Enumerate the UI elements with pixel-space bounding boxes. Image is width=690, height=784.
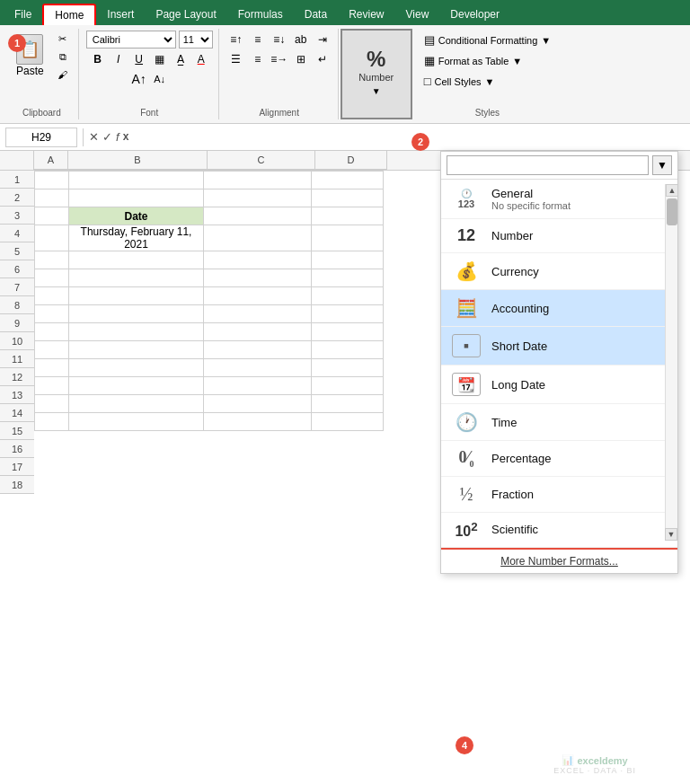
bottom-align-button[interactable]: ≡↓ (270, 31, 289, 48)
cell-d1[interactable] (312, 172, 384, 189)
cut-button[interactable]: ✂ (53, 31, 73, 47)
cell-d4[interactable] (312, 225, 384, 251)
conditional-formatting-button[interactable]: ▤ Conditional Formatting ▼ (420, 31, 556, 49)
row-header-5[interactable]: 5 (0, 242, 34, 260)
scroll-thumb[interactable] (667, 198, 677, 225)
row-header-11[interactable]: 11 (0, 350, 34, 368)
bold-button[interactable]: B (89, 50, 107, 68)
font-size-select[interactable]: 11 (179, 31, 213, 48)
tab-developer[interactable]: Developer (439, 4, 510, 25)
cell-a5[interactable] (35, 251, 69, 269)
cell-a2[interactable] (35, 189, 69, 207)
tab-formulas[interactable]: Formulas (227, 4, 294, 25)
font-color-button[interactable]: A (192, 50, 210, 68)
cancel-formula-icon[interactable]: ✕ (89, 130, 99, 144)
formula-input[interactable] (132, 128, 685, 147)
cell-d2[interactable] (312, 189, 384, 207)
tab-page-layout[interactable]: Page Layout (145, 4, 226, 25)
cell-b1[interactable] (69, 172, 204, 189)
tab-file[interactable]: File (4, 4, 42, 25)
cell-c2[interactable] (204, 189, 312, 207)
center-align-button[interactable]: ≡ (248, 50, 268, 68)
top-align-button[interactable]: ≡↑ (226, 31, 246, 48)
cell-c1[interactable] (204, 172, 312, 189)
more-formats-footer[interactable]: More Number Formats... (441, 548, 677, 573)
format-painter-button[interactable]: 🖌 (53, 66, 73, 83)
cell-styles-button[interactable]: □ Cell Styles ▼ (420, 72, 556, 91)
tab-insert[interactable]: Insert (96, 4, 145, 25)
row-header-3[interactable]: 3 (0, 207, 34, 225)
border-button[interactable]: ▦ (151, 50, 169, 68)
dropdown-item-accounting[interactable]: 🧮 Accounting (441, 290, 677, 327)
decrease-font-button[interactable]: A↓ (151, 70, 169, 88)
dropdown-item-general[interactable]: 🕐 123 General No specific format (441, 180, 677, 219)
middle-align-button[interactable]: ≡ (248, 31, 268, 48)
fill-color-button[interactable]: A̲ (172, 50, 190, 68)
dropdown-item-number[interactable]: 12 Number (441, 219, 677, 253)
row-header-4[interactable]: 4 (0, 225, 34, 242)
dropdown-item-fraction[interactable]: ½ Fraction (441, 477, 677, 513)
font-family-select[interactable]: Calibri (86, 31, 176, 48)
cell-c3[interactable] (204, 207, 312, 225)
row-header-1[interactable]: 1 (0, 171, 34, 189)
watermark-name: exceldemy (577, 755, 627, 766)
scroll-up-button[interactable]: ▲ (666, 184, 678, 197)
col-header-d[interactable]: D (315, 151, 387, 170)
more-formats-link[interactable]: More Number Formats... (500, 555, 618, 568)
dropdown-item-short-date[interactable]: ▪ Short Date (441, 327, 677, 366)
cell-c4[interactable] (204, 225, 312, 251)
row-header-16[interactable]: 16 (0, 440, 34, 458)
confirm-formula-icon[interactable]: ✓ (102, 130, 112, 144)
row-header-12[interactable]: 12 (0, 368, 34, 386)
row-header-17[interactable]: 17 (0, 458, 34, 476)
tab-review[interactable]: Review (338, 4, 394, 25)
row-header-15[interactable]: 15 (0, 422, 34, 440)
dropdown-search-input[interactable] (447, 155, 649, 175)
row-header-13[interactable]: 13 (0, 386, 34, 404)
row-header-18[interactable]: 18 (0, 476, 34, 494)
cell-a3[interactable] (35, 207, 69, 225)
italic-button[interactable]: I (110, 50, 128, 68)
copy-button[interactable]: ⧉ (53, 48, 73, 65)
row-header-7[interactable]: 7 (0, 278, 34, 296)
cell-a1[interactable] (35, 172, 69, 189)
cell-b2[interactable] (69, 189, 204, 207)
col-header-a[interactable]: A (34, 151, 68, 170)
text-direction-button[interactable]: ab (291, 31, 311, 48)
tab-home[interactable]: Home (42, 4, 96, 25)
dropdown-scrollbar[interactable]: ▲ (665, 184, 677, 541)
format-as-table-button[interactable]: ▦ Format as Table ▼ (420, 51, 556, 70)
row-header-14[interactable]: 14 (0, 404, 34, 422)
dropdown-item-long-date[interactable]: 📆 Long Date (441, 366, 677, 404)
dropdown-item-time[interactable]: 🕐 Time (441, 404, 677, 441)
col-header-b[interactable]: B (68, 151, 208, 170)
tab-view[interactable]: View (395, 4, 440, 25)
cell-a4[interactable] (35, 225, 69, 251)
col-header-c[interactable]: C (208, 151, 315, 170)
increase-font-button[interactable]: A↑ (130, 70, 148, 88)
cell-b3-date-header[interactable]: Date (69, 207, 204, 225)
cell-reference-input[interactable]: H29 (5, 128, 77, 147)
wrap-text-button[interactable]: ↵ (313, 50, 332, 68)
cell-b4-date-value[interactable]: Thursday, February 11, 2021 (69, 225, 204, 251)
underline-button[interactable]: U (130, 50, 148, 68)
left-align-button[interactable]: ☰ (226, 50, 246, 68)
cell-d3[interactable] (312, 207, 384, 225)
dropdown-item-currency[interactable]: 💰 Currency (441, 253, 677, 290)
number-expand-button[interactable]: ▼ (367, 83, 386, 101)
tab-data[interactable]: Data (294, 4, 338, 25)
row-header-9[interactable]: 9 (0, 314, 34, 332)
dropdown-arrow-button[interactable]: ▼ (652, 155, 672, 175)
row-header-10[interactable]: 10 (0, 332, 34, 350)
insert-function-icon[interactable]: f (116, 130, 119, 144)
merge-button[interactable]: ⊞ (291, 50, 311, 68)
dropdown-item-percentage[interactable]: 0⁄0 Percentage (441, 441, 677, 477)
number-group[interactable]: % Number ▼ (341, 29, 412, 119)
right-align-button[interactable]: ≡→ (270, 50, 289, 68)
row-header-8[interactable]: 8 (0, 296, 34, 314)
dropdown-item-scientific[interactable]: 102 Scientific (441, 513, 677, 548)
indent-increase-button[interactable]: ⇥ (313, 31, 332, 48)
row-header-2[interactable]: 2 (0, 189, 34, 207)
scroll-down-button[interactable]: ▼ (665, 528, 677, 541)
row-header-6[interactable]: 6 (0, 260, 34, 278)
